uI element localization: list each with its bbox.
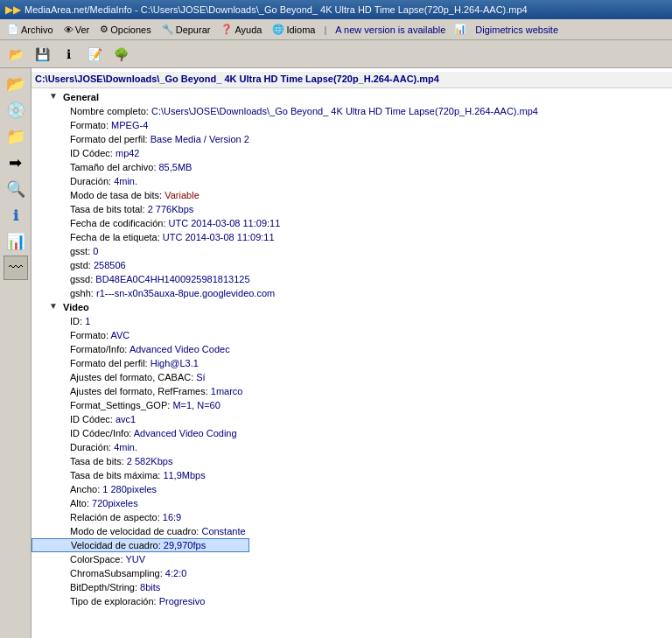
video-field-row: Relación de aspecto: 16:9 — [32, 510, 249, 524]
general-fields: Nombre completo: C:\Users\JOSE\Downloads… — [32, 104, 542, 300]
video-field-row: Formato del perfil: High@L3.1 — [32, 356, 249, 370]
general-field-row: Duración: 4min. — [32, 174, 542, 188]
field-label: Ajustes del formato, CABAC: Sí — [70, 372, 206, 382]
sidebar: 📂 💿 📁 ➡ 🔍 ℹ 📊 〰 — [0, 68, 32, 638]
general-field-row: Tasa de bits total: 2 776Kbps — [32, 202, 542, 216]
toolbar: 📂 💾 ℹ 📝 🌳 — [0, 40, 672, 68]
new-version-link[interactable]: A new version is available — [330, 23, 451, 37]
field-label: gssd: BD48EA0C4HH1400925981813125 — [70, 274, 250, 284]
field-label: Nombre completo: C:\Users\JOSE\Downloads… — [70, 106, 538, 116]
field-label: Modo de tasa de bits: Variable — [70, 190, 200, 200]
video-header-row[interactable]: ▼ Video — [32, 300, 672, 314]
ver-icon: 👁 — [64, 25, 74, 35]
general-field-row: Fecha de codificación: UTC 2014-03-08 11… — [32, 216, 542, 230]
field-label: Velocidad de cuadro: 29,970fps — [71, 540, 206, 550]
video-field-row: ID Códec/Info: Advanced Video Coding — [32, 426, 249, 440]
video-field-row: Formato/Info: Advanced Video Codec — [32, 342, 249, 356]
field-label: Tasa de bits: 2 582Kbps — [70, 456, 172, 466]
field-label: ID Códec: mp42 — [70, 148, 140, 158]
archivo-icon: 📄 — [7, 24, 19, 35]
video-field-row: ColorSpace: YUV — [32, 552, 249, 566]
field-label: Modo de velocidad de cuadro: Constante — [70, 526, 246, 536]
video-field-row: BitDepth/String: 8bits — [32, 580, 249, 594]
sidebar-search[interactable]: 🔍 — [4, 177, 28, 201]
field-label: ID Códec: avc1 — [70, 414, 136, 424]
field-label: Formato: AVC — [70, 330, 130, 340]
digimetrics-link[interactable]: Digimetrics website — [470, 23, 564, 37]
field-label: ID: 1 — [70, 316, 90, 326]
field-label: ID Códec/Info: Advanced Video Coding — [70, 428, 237, 438]
general-field-row: Formato: MPEG-4 — [32, 118, 542, 132]
general-field-row: gshh: r1---sn-x0n35auxa-8pue.googlevideo… — [32, 286, 542, 300]
sidebar-open-folder[interactable]: 📁 — [4, 124, 28, 149]
general-field-row: Tamaño del archivo: 85,5MB — [32, 160, 542, 174]
video-section: ▼ Video ID: 1Formato: AVCFormato/Info: A… — [32, 300, 672, 608]
tree-container: ▼ General Nombre completo: C:\Users\JOSE… — [32, 88, 672, 610]
general-field-row: Modo de tasa de bits: Variable — [32, 188, 542, 202]
general-header-row[interactable]: ▼ General — [32, 90, 672, 104]
open-button[interactable]: 📂 — [4, 43, 28, 66]
field-label: BitDepth/String: 8bits — [70, 582, 160, 592]
menu-bar: 📄 Archivo 👁 Ver ⚙ Opciones 🔧 Depurar ❓ A… — [0, 19, 672, 40]
field-label: Formato del perfil: High@L3.1 — [70, 358, 199, 368]
video-field-row: Duración: 4min. — [32, 440, 249, 454]
sidebar-open-disc[interactable]: 💿 — [4, 98, 28, 123]
video-field-row: Ancho: 1 280pixeles — [32, 482, 249, 496]
main-area: 📂 💿 📁 ➡ 🔍 ℹ 📊 〰 C:\Users\JOSE\Downloads\… — [0, 68, 672, 638]
field-label: Relación de aspecto: 16:9 — [70, 512, 181, 522]
field-label: gshh: r1---sn-x0n35auxa-8pue.googlevideo… — [70, 288, 275, 298]
menu-opciones[interactable]: ⚙ Opciones — [94, 22, 156, 37]
field-label: Ancho: 1 280pixeles — [70, 484, 157, 494]
video-field-row: Format_Settings_GOP: M=1, N=60 — [32, 398, 249, 412]
video-field-row: ID: 1 — [32, 314, 249, 328]
video-field-row: Tasa de bits máxima: 11,9Mbps — [32, 468, 249, 482]
text-button[interactable]: 📝 — [82, 43, 107, 66]
general-expand-icon[interactable]: ▼ — [49, 91, 61, 103]
menu-ver[interactable]: 👁 Ver — [59, 23, 95, 37]
general-field-row: gssd: BD48EA0C4HH1400925981813125 — [32, 272, 542, 286]
video-field-row: ChromaSubsampling: 4:2:0 — [32, 566, 249, 580]
general-field-row: Fecha de la etiqueta: UTC 2014-03-08 11:… — [32, 230, 542, 244]
sidebar-arrow[interactable]: ➡ — [4, 151, 28, 175]
field-label: Formato: MPEG-4 — [70, 120, 148, 130]
video-expand-icon[interactable]: ▼ — [49, 301, 61, 313]
field-label: Ajustes del formato, RefFrames: 1marco — [70, 386, 242, 396]
sidebar-open-file[interactable]: 📂 — [4, 72, 28, 96]
sidebar-waveform[interactable]: 〰 — [4, 256, 28, 280]
field-label: Tasa de bits total: 2 776Kbps — [70, 204, 193, 214]
menu-depurar[interactable]: 🔧 Depurar — [157, 22, 216, 37]
field-label: Duración: 4min. — [70, 442, 137, 452]
video-field-row: Ajustes del formato, RefFrames: 1marco — [32, 384, 249, 398]
save-button[interactable]: 💾 — [30, 43, 54, 66]
general-label: General — [63, 92, 99, 102]
general-field-row: gstd: 258506 — [32, 258, 542, 272]
sidebar-info[interactable]: ℹ — [4, 203, 28, 228]
field-label: Tasa de bits máxima: 11,9Mbps — [70, 470, 206, 480]
video-field-row: Ajustes del formato, CABAC: Sí — [32, 370, 249, 384]
general-field-row: ID Códec: mp42 — [32, 146, 542, 160]
field-label: Formato/Info: Advanced Video Codec — [70, 344, 230, 354]
field-label: Alto: 720pixeles — [70, 498, 138, 508]
video-field-row: Tipo de exploración: Progresivo — [32, 594, 249, 608]
field-label: gsst: 0 — [70, 246, 98, 256]
field-label: Fecha de la etiqueta: UTC 2014-03-08 11:… — [70, 232, 275, 242]
video-field-row: ID Códec: avc1 — [32, 412, 249, 426]
content-area[interactable]: C:\Users\JOSE\Downloads\_Go Beyond_ 4K U… — [32, 68, 672, 638]
field-label: Fecha de codificación: UTC 2014-03-08 11… — [70, 218, 280, 228]
general-section: ▼ General Nombre completo: C:\Users\JOSE… — [32, 90, 672, 300]
filepath-header: C:\Users\JOSE\Downloads\_Go Beyond_ 4K U… — [32, 72, 672, 88]
video-field-row: Alto: 720pixeles — [32, 496, 249, 510]
tree-button[interactable]: 🌳 — [108, 43, 133, 66]
menu-archivo[interactable]: 📄 Archivo — [2, 22, 59, 37]
video-label: Video — [63, 302, 89, 312]
video-field-row: Velocidad de cuadro: 29,970fps — [32, 538, 249, 552]
field-label: Tipo de exploración: Progresivo — [70, 596, 205, 606]
general-field-row: Formato del perfil: Base Media / Version… — [32, 132, 542, 146]
field-label: ColorSpace: YUV — [70, 554, 145, 564]
title-bar: ▶▶ MediaArea.net/MediaInfo - C:\Users\JO… — [0, 0, 672, 19]
menu-ayuda[interactable]: ❓ Ayuda — [215, 22, 267, 37]
info-button[interactable]: ℹ — [56, 43, 80, 66]
digimetrics-icon-img: 📊 — [451, 24, 470, 35]
sidebar-stats[interactable]: 📊 — [4, 229, 28, 254]
menu-idioma[interactable]: 🌐 Idioma — [267, 22, 320, 37]
